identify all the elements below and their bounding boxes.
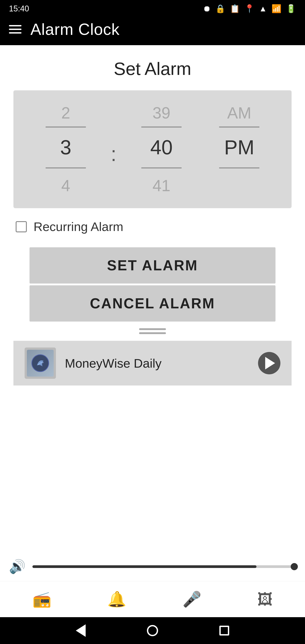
recurring-alarm-checkbox[interactable] [16, 221, 27, 232]
play-triangle-icon [265, 357, 275, 370]
period-selected-col[interactable]: PM [200, 134, 278, 161]
signal-icon: 📶 [272, 4, 282, 14]
nav-microphone[interactable]: 🎤 [176, 588, 208, 610]
back-button[interactable] [75, 625, 86, 636]
praise-logo-svg [31, 354, 49, 372]
battery-icon: 🔋 [286, 4, 296, 14]
hour-above: 2 [61, 99, 70, 126]
microphone-icon: 🎤 [182, 590, 202, 608]
wifi-icon: ▲ [259, 4, 267, 14]
volume-track[interactable] [32, 565, 296, 568]
media-info: MoneyWise Daily [65, 356, 249, 370]
nav-media[interactable]: 🖼 [251, 588, 279, 610]
hour-underline-top [46, 126, 86, 128]
period-underline-top [219, 126, 260, 128]
hour-below: 4 [61, 172, 70, 199]
minute-above: 39 [152, 99, 170, 126]
volume-fill [32, 565, 256, 568]
lock-icon: 🔒 [215, 4, 226, 14]
thumbnail-image [27, 350, 54, 376]
minute-selected[interactable]: 40 [150, 134, 172, 161]
time-picker: 2 39 AM 3 : 40 PM [14, 90, 292, 208]
app-bar: Alarm Clock [0, 16, 305, 45]
app-title: Alarm Clock [30, 20, 120, 38]
period-above-col: AM [200, 99, 278, 126]
hour-above-col: 2 [27, 99, 105, 126]
recurring-alarm-row[interactable]: Recurring Alarm [14, 219, 292, 234]
clipboard-icon: 📋 [230, 4, 240, 14]
hour-selected[interactable]: 3 [60, 134, 71, 161]
status-time: 15:40 [9, 4, 29, 14]
media-thumbnail [24, 348, 56, 379]
period-underline-bottom [219, 168, 260, 168]
minute-above-col: 39 [122, 99, 200, 126]
media-player: MoneyWise Daily [14, 341, 292, 386]
page-title: Set Alarm [14, 58, 292, 79]
podcast-icon: 📻 [32, 590, 52, 608]
alarm-icon: 🔔 [107, 590, 126, 608]
home-icon [147, 625, 158, 636]
media-title: MoneyWise Daily [65, 356, 162, 370]
period-selected[interactable]: PM [224, 134, 254, 161]
menu-button[interactable] [9, 25, 22, 34]
hour-selected-col[interactable]: 3 [27, 134, 105, 161]
drag-handle [14, 322, 292, 338]
media-icon: 🖼 [257, 590, 272, 608]
time-selected-row[interactable]: 3 : 40 PM [27, 129, 278, 166]
minute-below: 41 [152, 172, 170, 199]
recurring-alarm-label: Recurring Alarm [34, 219, 123, 234]
cancel-alarm-button[interactable]: CANCEL ALARM [30, 285, 276, 322]
recents-button[interactable] [219, 625, 230, 636]
hour-below-col: 4 [27, 172, 105, 199]
time-below-row: 4 41 [27, 172, 278, 199]
separator-above [105, 106, 122, 120]
volume-bar-row: 🔊 [0, 552, 305, 581]
status-icons: ⏺ 🔒 📋 📍 ▲ 📶 🔋 [203, 4, 296, 14]
home-button[interactable] [147, 625, 158, 636]
media-play-button[interactable] [258, 352, 280, 374]
android-nav-bar [0, 617, 305, 644]
media-icon: ⏺ [203, 4, 211, 14]
period-below-col [200, 181, 278, 190]
minute-underline-bottom [141, 168, 182, 168]
minute-selected-col[interactable]: 40 [122, 134, 200, 161]
set-alarm-button[interactable]: SET ALARM [30, 247, 276, 284]
time-above-row: 2 39 AM [27, 99, 278, 126]
location-icon: 📍 [244, 4, 254, 14]
bottom-nav: 📻 🔔 🎤 🖼 [0, 581, 305, 617]
nav-alarm[interactable]: 🔔 [100, 588, 133, 610]
minute-below-col: 41 [122, 172, 200, 199]
recents-icon [219, 626, 229, 636]
period-above: AM [227, 99, 251, 126]
main-content: Set Alarm 2 39 AM 3 : [0, 45, 305, 552]
back-icon [76, 624, 86, 637]
status-bar: 15:40 ⏺ 🔒 📋 📍 ▲ 📶 🔋 [0, 0, 305, 16]
minute-underline-top [141, 126, 182, 128]
separator-below [105, 179, 122, 192]
nav-podcast[interactable]: 📻 [26, 588, 58, 610]
volume-knob[interactable] [291, 563, 298, 570]
hour-underline-bottom [46, 168, 86, 168]
time-colon: : [105, 129, 122, 166]
volume-icon: 🔊 [9, 558, 26, 574]
